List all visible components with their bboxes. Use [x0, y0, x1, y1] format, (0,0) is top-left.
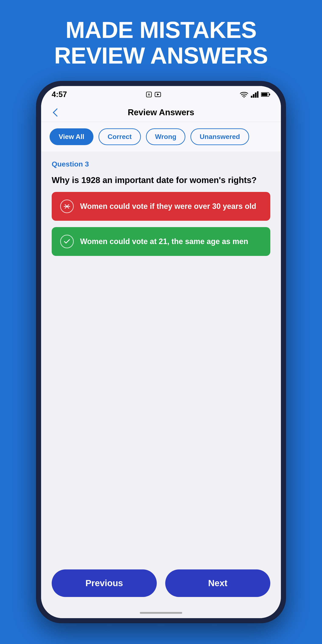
content-area: Question 3 Why is 1928 an important date…	[41, 152, 281, 563]
svg-rect-11	[269, 94, 270, 95]
svg-text:A: A	[148, 93, 150, 96]
checkmark-icon	[63, 238, 71, 245]
battery-icon	[261, 92, 270, 98]
phone-screen: 4:57 A	[41, 86, 281, 618]
svg-rect-10	[262, 93, 267, 96]
top-nav: Review Answers	[41, 103, 281, 122]
back-button[interactable]	[50, 106, 62, 119]
filter-view-all[interactable]: View All	[50, 128, 94, 145]
x-mark-icon	[64, 203, 70, 210]
svg-rect-7	[255, 92, 257, 98]
filter-wrong[interactable]: Wrong	[146, 128, 186, 145]
signal-icon	[251, 91, 258, 98]
svg-point-4	[244, 96, 245, 98]
status-bar: 4:57 A	[41, 86, 281, 103]
media-play-icon	[154, 91, 161, 98]
correct-answer-text: Women could vote at 21, the same age as …	[80, 237, 248, 246]
notification-icons: A	[146, 91, 161, 98]
question-text: Why is 1928 an important date for women'…	[52, 174, 270, 186]
home-indicator	[41, 608, 281, 618]
phone-mockup: 4:57 A	[36, 81, 286, 623]
question-label: Question 3	[52, 160, 270, 168]
hero-title: MADE MISTAKES REVIEW ANSWERS	[42, 17, 281, 68]
filter-unanswered[interactable]: Unanswered	[190, 128, 249, 145]
home-bar	[140, 612, 182, 614]
svg-rect-6	[253, 94, 255, 98]
content-spacer	[52, 262, 270, 554]
answer-wrong: Women could vote if they were over 30 ye…	[52, 192, 270, 221]
bottom-area: Previous Next	[41, 563, 281, 608]
status-time: 4:57	[52, 90, 67, 99]
next-button[interactable]: Next	[165, 570, 270, 597]
notification-a-icon: A	[146, 91, 152, 98]
wifi-icon	[240, 91, 248, 98]
status-icons	[240, 91, 270, 98]
wrong-icon	[60, 200, 74, 213]
back-chevron-icon	[53, 108, 61, 117]
svg-rect-8	[257, 91, 258, 98]
previous-button[interactable]: Previous	[52, 570, 157, 597]
wrong-answer-text: Women could vote if they were over 30 ye…	[80, 202, 256, 212]
nav-title: Review Answers	[128, 108, 194, 117]
svg-rect-5	[251, 96, 252, 98]
svg-marker-3	[157, 94, 159, 96]
answer-correct: Women could vote at 21, the same age as …	[52, 227, 270, 256]
filter-correct[interactable]: Correct	[98, 128, 141, 145]
filter-row: View All Correct Wrong Unanswered	[41, 122, 281, 152]
correct-icon	[60, 235, 74, 248]
